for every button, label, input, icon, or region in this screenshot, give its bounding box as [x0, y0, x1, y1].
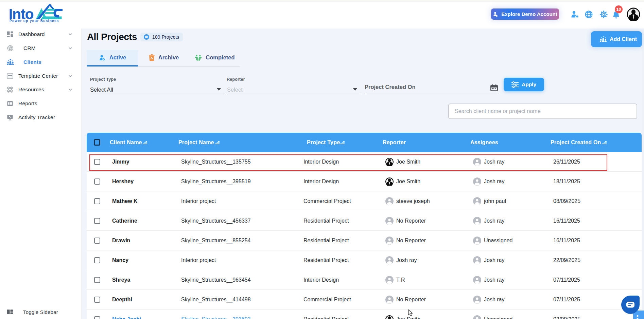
- svg-text:Power up your Business: Power up your Business: [10, 19, 59, 23]
